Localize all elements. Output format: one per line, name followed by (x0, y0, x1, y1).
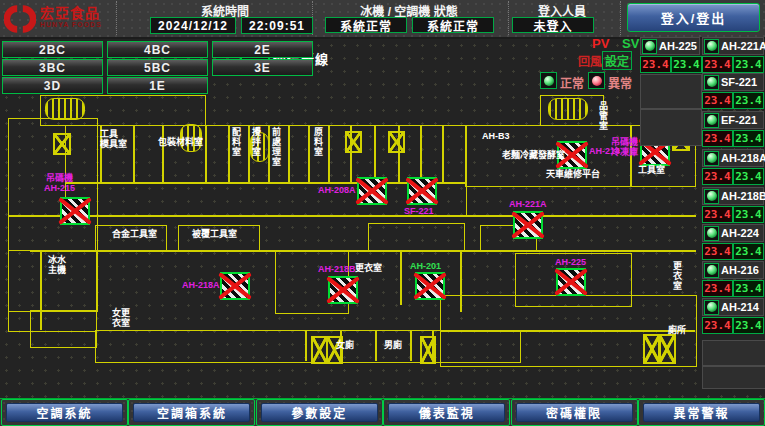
equipment-ah-218a[interactable] (220, 272, 250, 300)
login-status-value: 未登入 (512, 17, 594, 33)
status-lamp (704, 75, 719, 90)
lift-x-symbol (345, 131, 362, 153)
unit-row-ah-224[interactable]: AH-224 (702, 224, 764, 242)
floor-button-4bc[interactable]: 4BC (107, 41, 208, 58)
room-label: 天車維修平台 (546, 169, 600, 179)
lift-x-symbol (658, 334, 676, 364)
scada-screen: 宏亞食品 HUNYA FOODS 系統時間 2024/12/12 22:09:5… (0, 0, 765, 426)
sv-display-ah-218a: 23.4 (733, 168, 764, 185)
pv-display-ah-221a: 23.4 (702, 56, 733, 73)
wall-segment (162, 125, 164, 182)
room-label: 前處理室 (271, 127, 281, 167)
sv-header-label: SV (622, 36, 639, 51)
abnormal-lamp-icon (588, 72, 605, 89)
nav-button-4[interactable]: 儀表監視 (388, 403, 505, 422)
equipment-ah-225[interactable] (556, 268, 586, 296)
divider (116, 1, 117, 35)
unit-name-label: AH-218A (721, 152, 765, 164)
brand-name: 宏亞食品 (40, 8, 102, 19)
normal-lamp-icon (540, 72, 557, 89)
equipment-ah-215[interactable] (60, 197, 90, 225)
room-label: 攪拌室 (251, 127, 261, 157)
equipment-label-ah-221a: AH-221A (509, 199, 547, 209)
unit-row-ah-214[interactable]: AH-214 (702, 298, 764, 316)
wall-segment (305, 330, 307, 361)
wall-segment (133, 125, 135, 182)
unit-row-ah-218a[interactable]: AH-218A (702, 149, 764, 167)
unit-row-ah-221a[interactable]: AH-221A (702, 37, 764, 55)
lift-x-symbol (53, 133, 71, 155)
pv-header-label: PV (592, 36, 609, 51)
nav-button-5[interactable]: 密碼權限 (516, 403, 633, 422)
unit-row-ah-218b[interactable]: AH-218B (702, 187, 764, 205)
equipment-ah-201[interactable] (415, 272, 445, 300)
equipment-ah-208a[interactable] (357, 177, 387, 205)
nav-cell: 儀表監視 (383, 399, 510, 426)
room-label: 工具室 (638, 165, 665, 175)
equipment-ah-221a[interactable] (513, 211, 543, 239)
room-label: 女廁 (336, 340, 354, 350)
status-lamp (704, 189, 719, 204)
floor-button-1e[interactable]: 1E (107, 77, 208, 94)
equipment-sf-221[interactable] (407, 177, 437, 205)
nav-button-3[interactable]: 參數設定 (261, 403, 378, 422)
sv-display-ah-225: 23.4 (671, 56, 702, 73)
room-label: 男廁 (384, 340, 402, 350)
status-lamp-light (645, 41, 655, 51)
unit-row-ef-221[interactable]: EF-221 (702, 111, 764, 129)
wall-segment (460, 250, 462, 312)
nav-button-2[interactable]: 空調箱系統 (133, 403, 250, 422)
pv-caption-label: 回風 (578, 52, 602, 69)
lift-x-symbol (388, 131, 405, 153)
floor-button-3e[interactable]: 3E (212, 59, 313, 76)
room-label: 配料室 (231, 127, 241, 157)
status-lamp-light (707, 302, 717, 312)
status-lamp-light (707, 77, 717, 87)
unit-name-label: EF-221 (721, 114, 757, 126)
floor-button-5bc[interactable]: 5BC (107, 59, 208, 76)
floor-button-2bc[interactable]: 2BC (2, 41, 103, 58)
hunya-logo-icon (4, 5, 36, 33)
unit-row-ah-216[interactable]: AH-216 (702, 261, 764, 279)
stairs-icon (45, 98, 85, 120)
system-time-value: 22:09:51 (241, 17, 313, 34)
floor-button-2e[interactable]: 2E (212, 41, 313, 58)
wall-segment (308, 125, 310, 182)
wall-segment (420, 125, 422, 182)
room-label: 品管室 (598, 101, 608, 131)
abnormal-legend-label: 異常 (608, 74, 632, 91)
system-date-value: 2024/12/12 (150, 17, 236, 34)
floor-button-3d[interactable]: 3D (2, 77, 103, 94)
unit-name-label: SF-221 (721, 76, 757, 88)
empty-panel-slot (702, 340, 765, 366)
status-lamp (704, 300, 719, 315)
status-lamp (704, 39, 719, 54)
sv-display-ah-221a: 23.4 (733, 56, 764, 73)
pv-display-ah-218b: 23.4 (702, 206, 733, 223)
wall-segment (95, 330, 521, 363)
nav-cell: 空調箱系統 (128, 399, 255, 426)
equipment-ah-218b[interactable] (328, 276, 358, 304)
sv-display-ah-216: 23.4 (733, 280, 764, 297)
room-label: 女更 衣室 (112, 308, 130, 328)
equipment-label-ah-225: AH-225 (555, 257, 586, 267)
wall-segment (228, 125, 230, 182)
equipment-label-冷凍庫: 吊碼機 冷凍庫 (611, 137, 638, 157)
unit-name-label: AH-225 (659, 40, 697, 52)
wall-segment (8, 215, 696, 217)
unit-row-ah-225[interactable]: AH-225 (640, 37, 700, 55)
room-label: 老麵冷藏發酵室 (502, 150, 565, 160)
normal-legend-label: 正常 (560, 74, 584, 91)
pv-display-ah-225: 23.4 (640, 56, 671, 73)
nav-button-6[interactable]: 異常警報 (643, 403, 760, 422)
floor-button-3bc[interactable]: 3BC (2, 59, 103, 76)
pv-display-ah-218a: 23.4 (702, 168, 733, 185)
unit-row-sf-221[interactable]: SF-221 (702, 73, 764, 91)
sv-display-ef-221: 23.4 (733, 130, 764, 147)
login-logout-button[interactable]: 登入/登出 (627, 3, 760, 32)
wall-segment (375, 330, 377, 361)
room-label: 工具 模具室 (100, 129, 127, 149)
nav-button-1[interactable]: 空調系統 (6, 403, 123, 422)
status-lamp-light (707, 265, 717, 275)
wall-segment (205, 125, 207, 182)
